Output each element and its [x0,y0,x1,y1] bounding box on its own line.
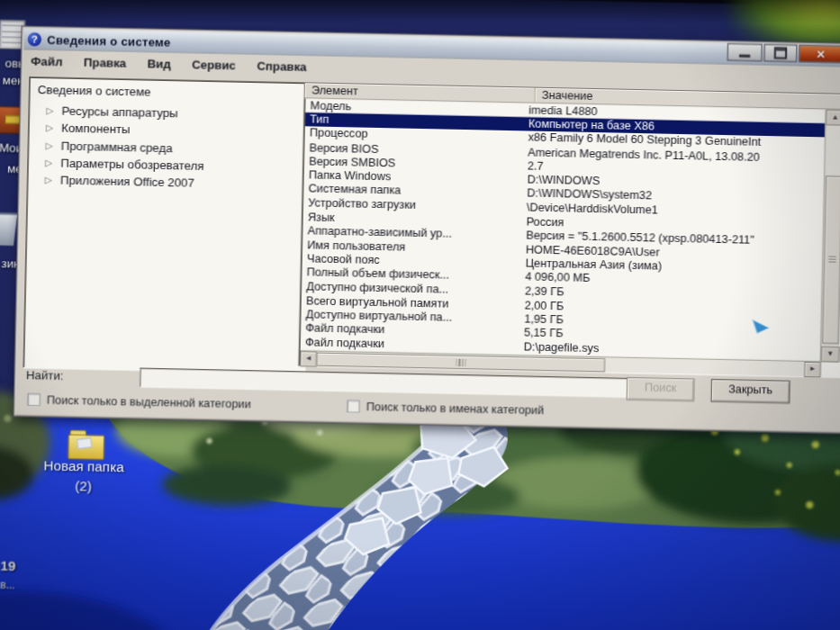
menu-item[interactable]: Сервис [192,58,236,79]
scroll-left-icon[interactable]: ◄ [300,351,317,367]
tree-item-label: Программная среда [61,139,173,155]
expand-icon[interactable]: ▷ [46,105,53,115]
menu-item[interactable]: Правка [84,56,127,77]
expand-icon[interactable]: ▷ [46,140,53,150]
tree-item-label: Приложения Office 2007 [60,174,194,190]
thumb-grip-icon [456,359,465,366]
maximize-icon [774,47,788,59]
minimize-button[interactable] [727,43,763,61]
search-category-names-option[interactable]: Поиск только в именах категорий [347,400,544,417]
find-input[interactable] [140,368,632,398]
menu-item[interactable]: Справка [257,59,307,82]
find-label: Найти: [26,368,64,382]
window-title: Сведения о системе [47,32,171,49]
scroll-up-icon[interactable]: ▲ [826,110,840,126]
folder-paper [77,437,93,449]
close-dialog-button[interactable]: Закрыть [710,379,790,403]
checkbox-icon[interactable] [347,400,360,413]
tree-root-item[interactable]: Сведения о системе [38,83,305,103]
close-button[interactable]: ✕ [799,45,840,63]
icon-label-fragment[interactable]: -19 [0,557,16,574]
menu-item[interactable]: Вид [147,57,171,78]
mouse-cursor-icon [752,319,771,336]
checkbox-label: Поиск только в выделенной категории [47,393,251,410]
screen: овь мен Мои ме зин Новая папка (2) -19 е… [0,0,840,630]
horizontal-scroll-thumb[interactable] [317,352,605,372]
system-info-window: ? Сведения о системе ✕ ФайлПравкаВидСерв… [14,26,840,435]
new-folder-count[interactable]: (2) [10,476,158,495]
maximize-button[interactable] [763,44,797,62]
category-tree-pane: Сведения о системе ▷ Ресурсы аппаратуры … [23,76,312,374]
tree-item-label: Параметры обозревателя [60,156,203,173]
tree-items: ▷ Ресурсы аппаратуры ▷ Компоненты ▷ Прог… [32,102,304,194]
checkbox-label: Поиск только в именах категорий [366,400,545,417]
checkbox-icon[interactable] [27,393,41,407]
thumb-grip-icon [828,256,835,263]
scroll-down-icon[interactable]: ▼ [821,346,840,363]
expand-icon[interactable]: ▷ [45,175,52,184]
search-button[interactable]: Поиск [627,377,695,401]
search-selected-category-option[interactable]: Поиск только в выделенной категории [27,393,250,410]
tree-item-label: Компоненты [61,122,131,137]
icon-label-fragment[interactable]: е в... [0,577,15,591]
tree-item-label: Ресурсы аппаратуры [61,104,177,120]
minimize-icon [739,54,750,57]
menu-item[interactable]: Файл [31,54,63,76]
help-icon: ? [28,32,42,46]
vertical-scroll-thumb[interactable] [822,176,840,345]
new-folder-label[interactable]: Новая папка [10,457,158,476]
expand-icon[interactable]: ▷ [46,122,53,132]
expand-icon[interactable]: ▷ [45,158,52,167]
desktop: овь мен Мои ме зин Новая папка (2) -19 е… [0,0,840,630]
list-rows: Модель imedia L4880 Тип Компьютер на баз… [301,99,826,363]
scroll-right-icon[interactable]: ► [804,362,821,378]
